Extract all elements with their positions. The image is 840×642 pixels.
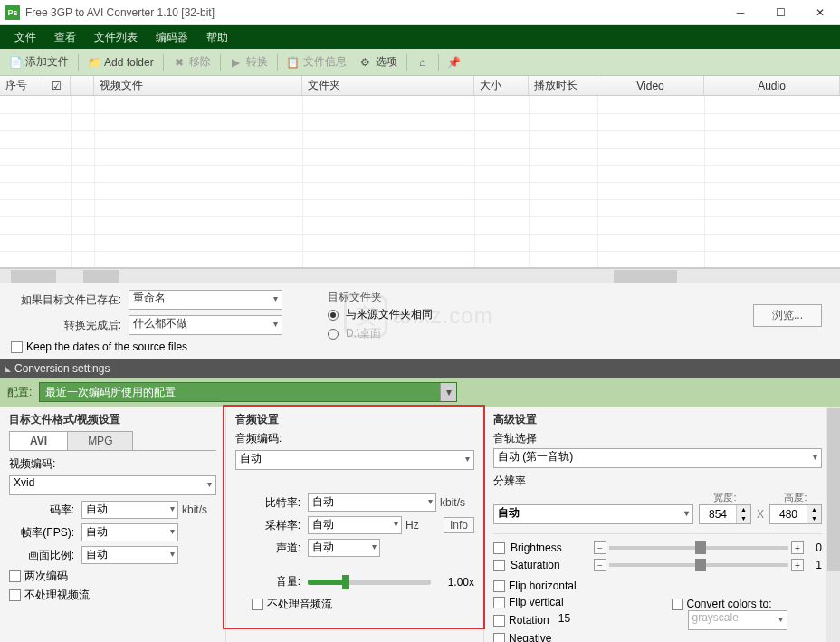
tab-mpg[interactable]: MPG [67,431,133,450]
audio-encoding-label: 音频编码: [235,431,474,446]
height-spinner[interactable]: 480 ▲▼ [769,504,822,524]
saturation-slider[interactable]: − + [594,559,804,571]
minus-icon[interactable]: − [594,541,606,554]
if-exists-dropdown[interactable]: 重命名 [129,290,282,310]
scroll-thumb[interactable] [827,408,840,571]
convert-colors-checkbox[interactable] [672,599,683,610]
width-label: 宽度: [713,491,736,504]
file-info-label: 文件信息 [303,54,347,70]
no-video-checkbox[interactable] [9,589,21,601]
channel-label: 声道: [235,541,304,556]
advanced-settings-panel: 高级设置 音轨选择 自动 (第一音轨) 分辨率 自动 宽度: 854 ▲▼ X [484,407,840,642]
aspect-dropdown[interactable]: 自动 [81,546,178,564]
track-label: 音轨选择 [493,431,822,446]
sample-rate-label: 采样率: [235,518,304,533]
info-icon: 📋 [287,56,300,69]
two-pass-checkbox[interactable] [9,570,21,582]
fps-dropdown[interactable]: 自动 [81,523,178,541]
remove-label: 移除 [189,54,211,70]
menu-encoder[interactable]: 编码器 [147,26,197,49]
volume-slider[interactable] [308,580,431,585]
bitrate-unit: kbit/s [182,503,216,516]
convert-button[interactable]: ▶ 转换 [224,52,273,72]
after-convert-label: 转换完成后: [11,318,129,333]
remove-icon: ✖ [173,56,186,69]
plus-icon[interactable]: + [791,541,804,554]
config-dropdown[interactable]: 最近一次编码所使用的配置 ▾ [39,382,457,402]
sample-rate-unit: Hz [406,519,440,532]
audio-bitrate-dropdown[interactable]: 自动 [308,493,436,512]
no-audio-checkbox[interactable] [252,599,263,610]
menu-help[interactable]: 帮助 [197,26,237,49]
audio-settings-panel: 音频设置 音频编码: 自动 比特率: 自动 kbit/s 采样率: 自动 Hz … [226,407,484,642]
add-files-button[interactable]: 📄 添加文件 [4,52,74,72]
scroll-thumb[interactable] [83,270,119,283]
resolution-dropdown[interactable]: 自动 [493,504,693,524]
col-icon[interactable] [71,76,94,95]
menu-view[interactable]: 查看 [45,26,85,49]
vertical-scrollbar[interactable] [826,407,840,642]
keep-dates-checkbox[interactable] [11,341,23,353]
close-button[interactable]: ✕ [800,0,840,25]
menu-file[interactable]: 文件 [5,26,45,49]
menu-filelist[interactable]: 文件列表 [85,26,147,49]
horizontal-scrollbar[interactable] [0,268,840,283]
negative-checkbox[interactable] [493,633,505,643]
add-folder-icon: 📁 [88,56,100,69]
conversion-settings-header[interactable]: Conversion settings [0,359,840,378]
video-encoding-label: 视频编码: [9,456,216,472]
col-size[interactable]: 大小 [474,76,529,95]
col-folder[interactable]: 文件夹 [302,76,474,95]
aspect-label: 画面比例: [9,548,78,563]
same-as-source-radio[interactable] [328,310,339,321]
col-video-file[interactable]: 视频文件 [94,76,302,95]
remove-button[interactable]: ✖ 移除 [167,52,216,72]
tab-avi[interactable]: AVI [9,431,68,450]
video-encoding-dropdown[interactable]: Xvid [9,475,216,495]
sample-rate-dropdown[interactable]: 自动 [308,516,402,534]
col-check[interactable]: ☑ [43,76,71,95]
flip-vertical-checkbox[interactable] [493,597,505,608]
separator [438,54,439,71]
track-dropdown[interactable]: 自动 (第一音轨) [493,448,822,468]
brightness-checkbox[interactable] [493,542,505,554]
col-duration[interactable]: 播放时长 [529,76,597,95]
col-audio-codec[interactable]: Audio [704,76,840,95]
after-convert-dropdown[interactable]: 什么都不做 [129,315,282,335]
volume-slider-thumb[interactable] [342,575,349,589]
custom-folder-radio[interactable] [328,329,339,340]
color-mode-dropdown[interactable]: grayscale [688,610,788,630]
rotation-dropdown[interactable]: 15 [558,612,600,628]
maximize-button[interactable]: ☐ [760,0,800,25]
info-button[interactable]: Info [444,517,474,533]
pin-button[interactable]: 📌 [443,53,466,72]
audio-encoding-dropdown[interactable]: 自动 [235,450,474,470]
saturation-checkbox[interactable] [493,560,505,571]
scroll-thumb[interactable] [11,270,56,283]
file-info-button[interactable]: 📋 文件信息 [282,52,352,72]
bitrate-dropdown[interactable]: 自动 [81,501,178,519]
flip-horizontal-checkbox[interactable] [493,580,505,592]
rotation-label: Rotation [509,614,549,627]
volume-label: 音量: [235,574,304,589]
col-num[interactable]: 序号 [0,76,43,95]
convert-label: 转换 [246,54,268,70]
scroll-thumb[interactable] [614,270,677,283]
col-video-codec[interactable]: Video [597,76,704,95]
width-spinner[interactable]: 854 ▲▼ [699,504,751,524]
browse-button[interactable]: 浏览... [753,304,822,327]
home-button[interactable]: ⌂ [411,53,434,72]
brightness-slider[interactable]: − + [594,541,804,554]
video-settings-title: 目标文件格式/视频设置 [9,412,216,427]
channel-dropdown[interactable]: 自动 [308,539,380,557]
rotation-checkbox[interactable] [493,615,505,627]
add-folder-label: Add folder [104,56,154,69]
minus-icon[interactable]: − [594,559,606,571]
plus-icon[interactable]: + [791,559,804,571]
play-icon: ▶ [230,56,243,69]
file-table-header: 序号 ☑ 视频文件 文件夹 大小 播放时长 Video Audio [0,76,840,96]
options-button[interactable]: ⚙ 选项 [354,52,403,72]
minimize-button[interactable]: ─ [721,0,760,25]
file-list-area[interactable] [0,96,840,268]
add-folder-button[interactable]: 📁 Add folder [82,53,159,72]
